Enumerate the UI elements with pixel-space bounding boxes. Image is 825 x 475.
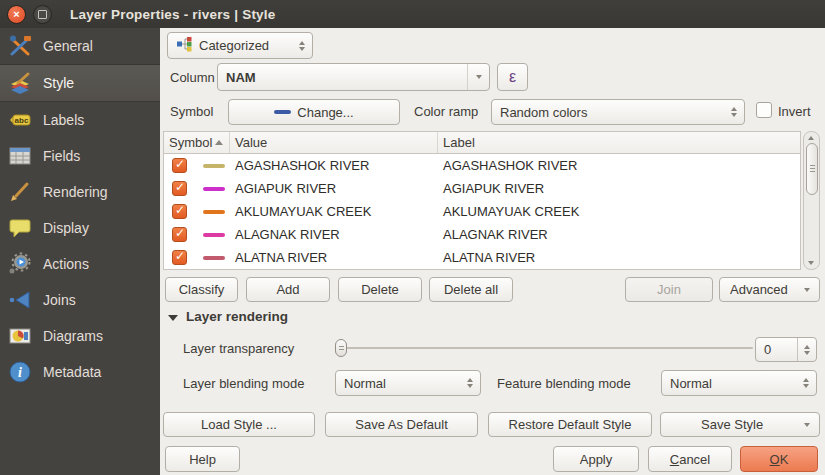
table-scrollbar[interactable] — [803, 131, 820, 270]
window-title: Layer Properties - rivers | Style — [70, 7, 275, 22]
transparency-slider[interactable] — [335, 339, 753, 357]
table-row[interactable]: AKLUMAYUAK CREEK AKLUMAYUAK CREEK — [164, 200, 800, 223]
column-label: Column — [170, 70, 215, 85]
scroll-down-icon[interactable] — [808, 261, 814, 265]
layer-properties-dialog: × Layer Properties - rivers | Style Gene… — [0, 0, 825, 475]
style-icon — [7, 70, 33, 96]
classify-button[interactable]: Classify — [165, 277, 238, 302]
change-symbol-button[interactable]: Change... — [228, 99, 400, 125]
save-style-button[interactable]: Save Style — [660, 412, 820, 437]
chevron-down-icon — [804, 288, 810, 292]
delete-button[interactable]: Delete — [338, 277, 422, 302]
line-symbol-icon — [274, 110, 291, 114]
row-value: AGIAPUK RIVER — [230, 181, 438, 196]
restore-default-style-button[interactable]: Restore Default Style — [488, 412, 652, 437]
ok-button[interactable]: OK — [740, 446, 818, 472]
slider-handle[interactable] — [335, 339, 347, 357]
chevron-updown-icon — [731, 107, 737, 117]
line-symbol-swatch[interactable] — [203, 210, 225, 214]
row-value: ALAGNAK RIVER — [230, 227, 438, 242]
transparency-spinbox[interactable]: 0 — [755, 337, 817, 362]
metadata-icon: i — [7, 359, 33, 385]
joins-icon — [7, 287, 33, 313]
chevron-down-icon — [467, 64, 482, 90]
add-button[interactable]: Add — [246, 277, 330, 302]
symbol-label: Symbol — [170, 104, 213, 119]
sort-ascending-icon — [215, 140, 223, 145]
row-label: ALAGNAK RIVER — [438, 227, 800, 242]
sidebar-item-display[interactable]: Display — [0, 210, 160, 246]
table-body: AGASHASHOK RIVER AGASHASHOK RIVER AGIAPU… — [164, 154, 800, 269]
column-header-symbol[interactable]: Symbol — [164, 132, 230, 153]
row-label: AGASHASHOK RIVER — [438, 158, 800, 173]
sidebar-item-metadata[interactable]: i Metadata — [0, 354, 160, 390]
fields-icon — [7, 143, 33, 169]
row-checkbox[interactable] — [172, 250, 187, 265]
row-checkbox[interactable] — [172, 227, 187, 242]
line-symbol-swatch[interactable] — [203, 187, 225, 191]
table-row[interactable]: AGIAPUK RIVER AGIAPUK RIVER — [164, 177, 800, 200]
maximize-icon[interactable] — [33, 5, 52, 24]
invert-label: Invert — [778, 104, 811, 119]
expression-builder-button[interactable]: ε — [497, 63, 528, 91]
feature-blending-combo[interactable]: Normal — [661, 370, 817, 396]
layer-blending-value: Normal — [344, 376, 386, 391]
column-value: NAM — [226, 70, 256, 85]
layer-rendering-title: Layer rendering — [186, 309, 288, 324]
line-symbol-swatch[interactable] — [203, 256, 225, 260]
sidebar-item-rendering[interactable]: Rendering — [0, 174, 160, 210]
sidebar-item-fields[interactable]: Fields — [0, 138, 160, 174]
row-value: AGASHASHOK RIVER — [230, 158, 438, 173]
row-value: ALATNA RIVER — [230, 250, 438, 265]
slider-track — [335, 347, 753, 349]
column-combo[interactable]: NAM — [217, 63, 490, 91]
spinner-arrows-icon[interactable] — [798, 345, 816, 355]
row-value: AKLUMAYUAK CREEK — [230, 204, 438, 219]
column-header-value[interactable]: Value — [230, 132, 438, 153]
cancel-button[interactable]: Cancel — [648, 446, 732, 472]
table-row[interactable]: AGASHASHOK RIVER AGASHASHOK RIVER — [164, 154, 800, 177]
column-header-label[interactable]: Label — [438, 132, 800, 153]
feature-blending-value: Normal — [670, 376, 712, 391]
sidebar-item-general[interactable]: General — [0, 28, 160, 64]
style-panel: Categorized Column NAM ε Symbol Change..… — [160, 28, 825, 475]
renderer-type-combo[interactable]: Categorized — [167, 32, 313, 59]
color-ramp-combo[interactable]: Random colors — [491, 99, 745, 125]
close-icon[interactable]: × — [7, 5, 26, 24]
row-checkbox[interactable] — [172, 181, 187, 196]
help-button[interactable]: Help — [165, 446, 240, 472]
collapse-triangle-icon[interactable] — [168, 315, 178, 321]
chevron-updown-icon — [467, 378, 473, 388]
join-button: Join — [625, 277, 713, 302]
layer-blending-combo[interactable]: Normal — [335, 370, 481, 396]
line-symbol-swatch[interactable] — [203, 164, 225, 168]
sidebar-item-joins[interactable]: Joins — [0, 282, 160, 318]
scroll-up-icon[interactable] — [808, 136, 814, 140]
save-as-default-button[interactable]: Save As Default — [325, 412, 478, 437]
sidebar-item-actions[interactable]: Actions — [0, 246, 160, 282]
table-header: Symbol Value Label — [164, 132, 800, 154]
apply-button[interactable]: Apply — [553, 446, 639, 472]
display-icon — [7, 215, 33, 241]
delete-all-button[interactable]: Delete all — [429, 277, 513, 302]
table-row[interactable]: ALATNA RIVER ALATNA RIVER — [164, 246, 800, 269]
scrollbar-thumb[interactable] — [806, 143, 818, 195]
layer-blending-label: Layer blending mode — [183, 376, 304, 391]
sidebar-item-diagrams[interactable]: Diagrams — [0, 318, 160, 354]
row-checkbox[interactable] — [172, 158, 187, 173]
row-label: AGIAPUK RIVER — [438, 181, 800, 196]
load-style-button[interactable]: Load Style ... — [163, 412, 315, 437]
sidebar-item-labels[interactable]: abc Labels — [0, 102, 160, 138]
advanced-button[interactable]: Advanced — [719, 277, 820, 302]
line-symbol-swatch[interactable] — [203, 233, 225, 237]
rendering-icon — [7, 179, 33, 205]
sidebar-item-style[interactable]: Style — [0, 64, 160, 102]
chevron-down-icon — [804, 423, 810, 427]
categories-table: Symbol Value Label AGASHASHOK RIVER AGAS… — [163, 131, 801, 270]
sidebar: General Style abc Labels Fields Renderin… — [0, 28, 160, 475]
renderer-type-value: Categorized — [199, 38, 269, 53]
row-checkbox[interactable] — [172, 204, 187, 219]
table-row[interactable]: ALAGNAK RIVER ALAGNAK RIVER — [164, 223, 800, 246]
invert-checkbox[interactable] — [756, 102, 772, 118]
feature-blending-label: Feature blending mode — [497, 376, 631, 391]
